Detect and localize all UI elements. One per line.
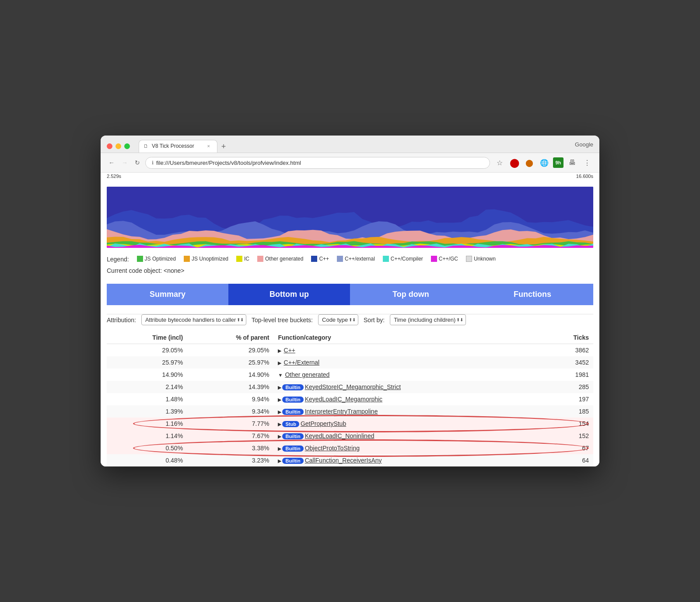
extension2-icon[interactable]: ⬤: [523, 157, 536, 169]
cell-function[interactable]: ▶ C++: [273, 344, 543, 357]
legend-item-unknown: Unknown: [466, 256, 496, 262]
lock-icon: ℹ: [152, 160, 154, 166]
cell-time-incl: 1.14%: [107, 430, 187, 442]
toolbar-icons: ☆ ⬤ ⬤ 🌐 9h 🖶 ⋮: [494, 157, 593, 169]
expand-arrow-icon[interactable]: ▶: [278, 409, 281, 414]
cell-function[interactable]: ▶BuiltinKeyedLoadIC_Noninlined: [273, 430, 543, 442]
legend-name-js-opt: JS Optimized: [145, 256, 176, 262]
function-name[interactable]: KeyedLoadIC_Noninlined: [305, 432, 374, 439]
expand-arrow-icon[interactable]: ▶: [278, 348, 283, 353]
cell-function[interactable]: ▶BuiltinKeyedLoadIC_Megamorphic: [273, 393, 543, 405]
legend-swatch-cpp-gc: [431, 256, 437, 262]
cell-function[interactable]: ▶BuiltinCallFunction_ReceiverIsAny: [273, 454, 543, 466]
function-name[interactable]: ObjectProtoToString: [305, 445, 360, 452]
legend-item-ic: IC: [236, 256, 249, 262]
expand-arrow-icon[interactable]: ▶: [278, 360, 283, 365]
expand-arrow-icon[interactable]: ▶: [278, 434, 281, 439]
cell-time-incl: 14.90%: [107, 369, 187, 381]
legend-swatch-other-gen: [257, 256, 263, 262]
expand-arrow-icon[interactable]: ▶: [278, 385, 281, 390]
close-button[interactable]: [107, 143, 112, 149]
forward-button[interactable]: →: [120, 158, 130, 167]
extension3-icon[interactable]: 🌐: [538, 157, 550, 169]
minimize-button[interactable]: [116, 143, 121, 149]
tab-bottom-up[interactable]: Bottom up: [228, 284, 350, 305]
function-name[interactable]: CallFunction_ReceiverIsAny: [305, 457, 382, 464]
cell-function[interactable]: ▶BuiltinKeyedStoreIC_Megamorphic_Strict: [273, 381, 543, 393]
function-name[interactable]: Other generated: [285, 371, 329, 378]
function-name[interactable]: KeyedStoreIC_Megamorphic_Strict: [305, 383, 401, 390]
extension4-icon[interactable]: 9h: [553, 157, 564, 168]
attribution-select-wrapper: Attribute bytecode handlers to caller Do…: [141, 314, 246, 325]
tree-buckets-select-wrapper: Code type Category ⬆⬇: [318, 314, 358, 325]
cell-ticks: 3452: [543, 356, 593, 369]
star-icon[interactable]: ☆: [494, 157, 506, 169]
function-badge: Builtin: [282, 445, 303, 452]
maximize-button[interactable]: [124, 143, 130, 149]
cell-function[interactable]: ▼ Other generated: [273, 369, 543, 381]
cell-function[interactable]: ▶BuiltinObjectProtoToString: [273, 442, 543, 454]
cell-ticks: 285: [543, 381, 593, 393]
back-button[interactable]: ←: [107, 158, 116, 167]
sort-select[interactable]: Time (including children) Time (self) Na…: [390, 314, 466, 325]
attribution-select[interactable]: Attribute bytecode handlers to caller Do…: [141, 314, 246, 325]
function-badge: Builtin: [282, 433, 303, 439]
expand-arrow-icon[interactable]: ▶: [278, 397, 281, 402]
table-row: 1.14%7.67%▶BuiltinKeyedLoadIC_Noninlined…: [107, 430, 593, 442]
reload-button[interactable]: ↻: [133, 158, 142, 167]
function-badge: Builtin: [282, 397, 303, 403]
timestamp-right: 16.600s: [576, 174, 593, 179]
url-bar[interactable]: ℹ file:///Users/bmeurer/Projects/v8/tool…: [145, 157, 490, 169]
tab-top-down[interactable]: Top down: [350, 284, 472, 305]
browser-tab[interactable]: 🗋 V8 Tick Processor ×: [139, 140, 217, 153]
legend-name-ic: IC: [244, 256, 249, 262]
legend-item-cpp-compiler: C++/Compiler: [383, 256, 423, 262]
cell-time-incl: 1.48%: [107, 393, 187, 405]
legend-name-js-unopt: JS Unoptimized: [192, 256, 228, 262]
extension1-icon[interactable]: ⬤: [508, 157, 521, 169]
legend-item-other-gen: Other generated: [257, 256, 303, 262]
extension5-icon[interactable]: 🖶: [566, 157, 578, 169]
cell-ticks: 64: [543, 454, 593, 466]
chart-container[interactable]: [107, 187, 593, 248]
cell-function[interactable]: ▶StubGetPropertyStub: [273, 418, 543, 430]
legend-name-unknown: Unknown: [474, 256, 496, 262]
expand-arrow-icon[interactable]: ▶: [278, 446, 281, 451]
function-name[interactable]: C++/External: [284, 359, 320, 366]
performance-chart[interactable]: [107, 187, 593, 248]
legend-name-cpp: C++: [319, 256, 329, 262]
table-header: Time (incl) % of parent Function/categor…: [107, 331, 593, 344]
function-name[interactable]: C++: [284, 347, 295, 354]
function-name[interactable]: KeyedLoadIC_Megamorphic: [305, 396, 382, 403]
tab-summary[interactable]: Summary: [107, 284, 228, 305]
cell-pct-parent: 3.38%: [187, 442, 273, 454]
function-name[interactable]: InterpreterEntryTrampoline: [305, 408, 378, 415]
table-row: 0.48%3.23%▶BuiltinCallFunction_ReceiverI…: [107, 454, 593, 466]
tree-buckets-select[interactable]: Code type Category: [318, 314, 358, 325]
cell-time-incl: 1.16%: [107, 418, 187, 430]
table-row: 29.05%29.05%▶ C++3862: [107, 344, 593, 357]
expand-arrow-icon[interactable]: ▶: [278, 421, 281, 427]
new-tab-button[interactable]: +: [217, 140, 230, 153]
window-buttons: [107, 143, 130, 149]
legend-item-cpp: C++: [311, 256, 329, 262]
cell-ticks: 67: [543, 442, 593, 454]
tab-close-button[interactable]: ×: [207, 143, 210, 149]
expand-arrow-icon[interactable]: ▶: [278, 458, 281, 463]
cell-function[interactable]: ▶ C++/External: [273, 356, 543, 369]
legend-swatch-cpp: [311, 256, 317, 262]
cell-pct-parent: 7.67%: [187, 430, 273, 442]
cell-time-incl: 29.05%: [107, 344, 187, 357]
function-name[interactable]: GetPropertyStub: [301, 420, 346, 427]
google-label: Google: [575, 141, 593, 151]
cell-pct-parent: 14.90%: [187, 369, 273, 381]
cell-function[interactable]: ▶BuiltinInterpreterEntryTrampoline: [273, 405, 543, 418]
cell-pct-parent: 7.77%: [187, 418, 273, 430]
legend-swatch-cpp-ext: [337, 256, 343, 262]
menu-icon[interactable]: ⋮: [581, 157, 593, 169]
title-bar: 🗋 V8 Tick Processor × + Google: [101, 136, 599, 153]
header-function: Function/category: [273, 331, 543, 344]
table-row: 1.39%9.34%▶BuiltinInterpreterEntryTrampo…: [107, 405, 593, 418]
tab-functions[interactable]: Functions: [472, 284, 593, 305]
expand-arrow-icon[interactable]: ▼: [278, 372, 284, 378]
